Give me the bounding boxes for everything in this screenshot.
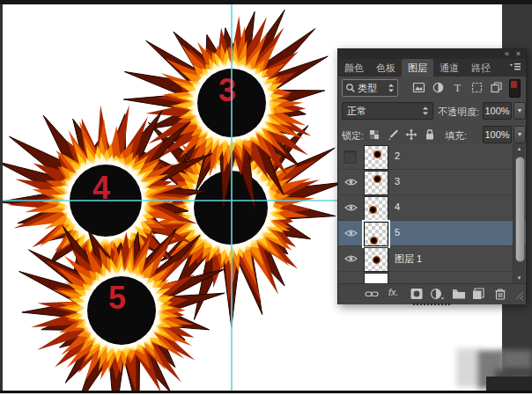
tab-swatches[interactable]: 色板	[370, 59, 402, 77]
svg-text:T: T	[454, 81, 462, 94]
new-group-folder-icon[interactable]	[452, 288, 466, 300]
visibility-eye-icon[interactable]	[344, 178, 358, 187]
fill-dropdown-button[interactable]: ▼	[514, 126, 526, 143]
lock-all-padlock-icon[interactable]	[424, 128, 436, 141]
fill-input[interactable]: 100%	[483, 126, 512, 143]
new-layer-icon[interactable]	[471, 288, 485, 300]
opacity-label: 不透明度:	[438, 106, 479, 119]
layer-row[interactable]: 4	[338, 195, 526, 221]
layer-name: 4	[395, 201, 400, 212]
filter-pixel-layers-icon[interactable]	[412, 81, 425, 94]
flame-dot	[373, 175, 381, 183]
opacity-input[interactable]: 100%	[483, 102, 512, 120]
photoshop-workspace: 345 « × 颜色 色板 图层 通道 路径	[0, 0, 532, 395]
filter-smart-objects-icon[interactable]	[490, 81, 503, 94]
layer-row[interactable]: 5	[338, 221, 526, 246]
layer-style-fx-icon[interactable]: fx.	[388, 287, 403, 299]
panel-titlebar[interactable]: « ×	[338, 49, 526, 59]
layer-thumbnail[interactable]	[364, 145, 388, 170]
lock-pixels-brush-icon[interactable]	[387, 128, 399, 141]
new-adjustment-layer-icon[interactable]	[430, 288, 444, 300]
opacity-dropdown-button[interactable]: ▼	[514, 102, 526, 120]
filtering-toggle-switch[interactable]	[509, 79, 521, 98]
tab-channels[interactable]: 通道	[433, 59, 465, 77]
blurred-watermark-block	[456, 348, 478, 387]
flame-dot	[373, 150, 381, 158]
layer-row[interactable]: 3	[338, 170, 526, 195]
blend-mode-value: 正常	[343, 105, 422, 118]
flame-number: 3	[218, 72, 236, 108]
visibility-eye-icon[interactable]	[344, 254, 358, 263]
filter-type-layers-icon[interactable]: T	[451, 81, 464, 94]
lock-row: 锁定: 填充: 100% ▼	[338, 127, 526, 144]
layer-thumbnail[interactable]	[364, 196, 388, 221]
layer-row[interactable]	[338, 272, 526, 282]
layer-row[interactable]: 图层 1	[338, 246, 526, 272]
flame-dot	[370, 237, 378, 245]
lock-position-icon[interactable]	[405, 128, 417, 141]
delete-layer-trash-icon[interactable]	[493, 288, 507, 300]
visibility-eye-icon[interactable]	[344, 229, 358, 238]
layer-name: 3	[395, 176, 400, 187]
panel-drag-handle[interactable]	[413, 303, 452, 305]
scroll-up-arrow-icon[interactable]: ▲	[514, 144, 525, 154]
layer-list: 2 3 4 5 图层 1	[338, 144, 526, 283]
link-layers-icon[interactable]	[365, 288, 379, 300]
updown-arrows-icon	[422, 106, 429, 116]
filter-type-select[interactable]: 类型	[342, 79, 398, 97]
layer-thumbnail[interactable]	[364, 273, 388, 283]
layer-name: 5	[395, 227, 400, 238]
layer-thumbnail[interactable]	[364, 222, 388, 246]
visibility-eye-icon[interactable]	[344, 203, 358, 212]
close-panel-icon[interactable]: ×	[516, 49, 521, 59]
blend-mode-row: 正常 不透明度: 100% ▼	[338, 102, 526, 121]
search-icon	[345, 83, 356, 93]
layer-thumbnail[interactable]	[364, 171, 388, 195]
scroll-down-arrow-icon[interactable]: ▼	[514, 274, 525, 283]
updown-arrows-icon	[388, 83, 395, 93]
filter-type-label: 类型	[356, 82, 388, 95]
panel-resize-grip[interactable]	[514, 289, 524, 300]
layer-list-scrollbar[interactable]: ▲ ▼	[513, 144, 525, 283]
add-layer-mask-icon[interactable]	[410, 288, 424, 300]
flame-number: 5	[108, 280, 126, 316]
panel-menu-icon[interactable]	[509, 62, 521, 71]
black-core-circle	[194, 171, 268, 245]
layer-name: 图层 1	[395, 252, 422, 266]
tab-color[interactable]: 颜色	[338, 59, 370, 77]
lock-label: 锁定:	[342, 129, 364, 143]
panel-bottom-toolbar: fx.	[338, 283, 526, 304]
collapse-panel-icon[interactable]: «	[505, 49, 508, 59]
blend-mode-select[interactable]: 正常	[342, 102, 433, 120]
tab-layers[interactable]: 图层	[402, 59, 433, 77]
layer-filter-row: 类型 T	[338, 78, 526, 99]
blurred-watermark-block	[502, 350, 532, 369]
filter-shape-layers-icon[interactable]	[470, 81, 484, 94]
layer-name: 2	[395, 150, 400, 161]
filter-adjustment-layers-icon[interactable]	[432, 81, 445, 94]
layer-thumbnail[interactable]	[364, 247, 388, 272]
fill-label: 填充:	[445, 129, 467, 143]
panel-tab-row: 颜色 色板 图层 通道 路径	[338, 59, 526, 77]
scrollbar-thumb[interactable]	[515, 157, 525, 262]
flame-dot	[369, 206, 377, 214]
tab-paths[interactable]: 路径	[465, 59, 497, 77]
visibility-empty-well[interactable]	[344, 150, 357, 164]
flame-dot	[373, 256, 381, 264]
lock-transparency-icon[interactable]	[368, 128, 381, 141]
layer-row[interactable]: 2	[338, 144, 526, 170]
blurred-watermark	[362, 346, 462, 387]
layers-panel: « × 颜色 色板 图层 通道 路径 类型	[337, 48, 527, 304]
